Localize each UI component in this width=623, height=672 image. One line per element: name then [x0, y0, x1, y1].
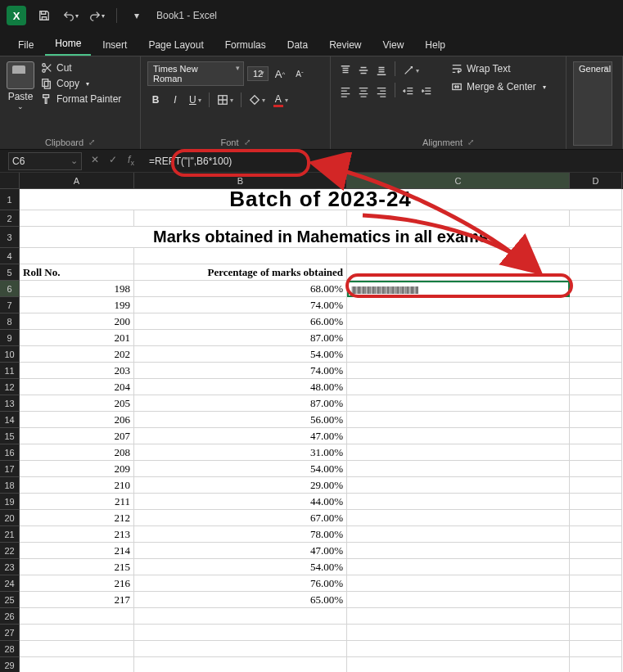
cell-percentage[interactable]: 29.00% — [134, 477, 347, 494]
tab-help[interactable]: Help — [415, 34, 455, 56]
cell[interactable] — [570, 363, 622, 379]
align-top-button[interactable] — [337, 61, 354, 79]
row-header[interactable]: 5 — [0, 264, 20, 281]
cell-roll-no[interactable]: 211 — [20, 494, 134, 510]
fill-color-button[interactable] — [246, 91, 268, 109]
align-center-button[interactable] — [355, 83, 372, 101]
cell[interactable] — [347, 461, 570, 477]
cell[interactable] — [347, 379, 570, 395]
clipboard-launcher[interactable]: ⤢ — [88, 138, 95, 147]
cell[interactable] — [347, 297, 570, 313]
cell-percentage[interactable]: 44.00% — [134, 494, 347, 510]
cell[interactable] — [347, 313, 570, 330]
formula-input[interactable]: =REPT("|",B6*100) — [144, 156, 623, 167]
cell-percentage[interactable]: 54.00% — [134, 346, 347, 363]
row-header[interactable]: 6 — [0, 281, 20, 297]
redo-button[interactable]: ▾ — [85, 4, 108, 27]
cell[interactable] — [20, 210, 134, 227]
subtitle-cell[interactable]: Marks obtained in Mahematics in all exam… — [20, 227, 622, 248]
cell[interactable] — [570, 395, 622, 412]
cell[interactable] — [347, 264, 570, 281]
column-header-d[interactable]: D — [570, 173, 622, 189]
cell-roll-no[interactable]: 217 — [20, 592, 134, 608]
row-header[interactable]: 8 — [0, 313, 20, 330]
alignment-launcher[interactable]: ⤢ — [467, 138, 474, 147]
row-header[interactable]: 15 — [0, 428, 20, 444]
cell-roll-no[interactable]: 198 — [20, 281, 134, 297]
undo-button[interactable]: ▾ — [59, 4, 82, 27]
cell-roll-no[interactable]: 214 — [20, 543, 134, 559]
paste-button[interactable]: Paste ⌄ — [7, 61, 34, 136]
font-name-combo[interactable]: Times New Roman — [147, 61, 244, 86]
cell[interactable] — [347, 592, 570, 608]
row-header[interactable]: 22 — [0, 543, 20, 559]
cell-roll-no[interactable]: 202 — [20, 346, 134, 363]
cell[interactable] — [347, 428, 570, 444]
cell[interactable] — [20, 608, 134, 625]
row-header[interactable]: 24 — [0, 575, 20, 592]
select-all-corner[interactable] — [0, 173, 20, 189]
tab-review[interactable]: Review — [319, 34, 371, 56]
cell[interactable] — [570, 510, 622, 526]
insert-function-button[interactable]: fx — [123, 154, 139, 167]
row-header[interactable]: 26 — [0, 608, 20, 625]
cell[interactable] — [570, 526, 622, 543]
cell[interactable] — [570, 330, 622, 346]
column-header-b[interactable]: B — [134, 173, 347, 189]
cell-roll-no[interactable]: 213 — [20, 526, 134, 543]
cell[interactable] — [570, 657, 622, 672]
cell-percentage[interactable]: 66.00% — [134, 313, 347, 330]
cell-roll-no[interactable]: 203 — [20, 363, 134, 379]
cell[interactable] — [570, 559, 622, 575]
cell[interactable] — [570, 592, 622, 608]
cell-roll-no[interactable]: 215 — [20, 559, 134, 575]
cell[interactable] — [347, 412, 570, 428]
tab-page-layout[interactable]: Page Layout — [138, 34, 213, 56]
row-header[interactable]: 12 — [0, 379, 20, 395]
row-header[interactable]: 7 — [0, 297, 20, 313]
tab-home[interactable]: Home — [45, 33, 91, 56]
header-percentage[interactable]: Percentage of marks obtained — [134, 264, 347, 281]
cut-button[interactable]: Cut — [39, 61, 123, 74]
copy-button[interactable]: Copy▾ — [39, 77, 123, 90]
cell[interactable] — [570, 346, 622, 363]
row-header[interactable]: 1 — [0, 189, 20, 210]
align-bottom-button[interactable] — [373, 61, 390, 79]
row-header[interactable]: 28 — [0, 641, 20, 657]
row-header[interactable]: 14 — [0, 412, 20, 428]
cell-percentage[interactable]: 78.00% — [134, 526, 347, 543]
cell[interactable] — [347, 559, 570, 575]
cell[interactable] — [570, 210, 622, 227]
cell-percentage[interactable]: 56.00% — [134, 412, 347, 428]
cell[interactable] — [134, 210, 347, 227]
row-header[interactable]: 25 — [0, 592, 20, 608]
cell-roll-no[interactable]: 205 — [20, 395, 134, 412]
align-middle-button[interactable] — [355, 61, 372, 79]
enter-formula-button[interactable]: ✓ — [105, 154, 121, 167]
cell[interactable] — [347, 346, 570, 363]
cell-roll-no[interactable]: 204 — [20, 379, 134, 395]
cell[interactable] — [570, 641, 622, 657]
cancel-formula-button[interactable]: ✕ — [87, 154, 103, 167]
row-header[interactable]: 23 — [0, 559, 20, 575]
increase-indent-button[interactable] — [418, 83, 435, 101]
cell[interactable] — [570, 608, 622, 625]
tab-view[interactable]: View — [373, 34, 414, 56]
cell[interactable] — [347, 608, 570, 625]
grow-font-button[interactable]: A^ — [272, 65, 288, 83]
cell[interactable] — [570, 379, 622, 395]
cell-roll-no[interactable]: 208 — [20, 444, 134, 461]
tab-insert[interactable]: Insert — [93, 34, 137, 56]
cell-percentage[interactable]: 47.00% — [134, 543, 347, 559]
cell-percentage[interactable]: 54.00% — [134, 559, 347, 575]
cell[interactable] — [570, 264, 622, 281]
cell[interactable] — [20, 641, 134, 657]
cell-percentage[interactable]: 31.00% — [134, 444, 347, 461]
align-left-button[interactable] — [337, 83, 354, 101]
cell[interactable] — [570, 444, 622, 461]
cell-percentage[interactable]: 76.00% — [134, 575, 347, 592]
cell-percentage[interactable]: 48.00% — [134, 379, 347, 395]
row-header[interactable]: 27 — [0, 625, 20, 641]
cell[interactable] — [570, 494, 622, 510]
cell[interactable] — [570, 313, 622, 330]
